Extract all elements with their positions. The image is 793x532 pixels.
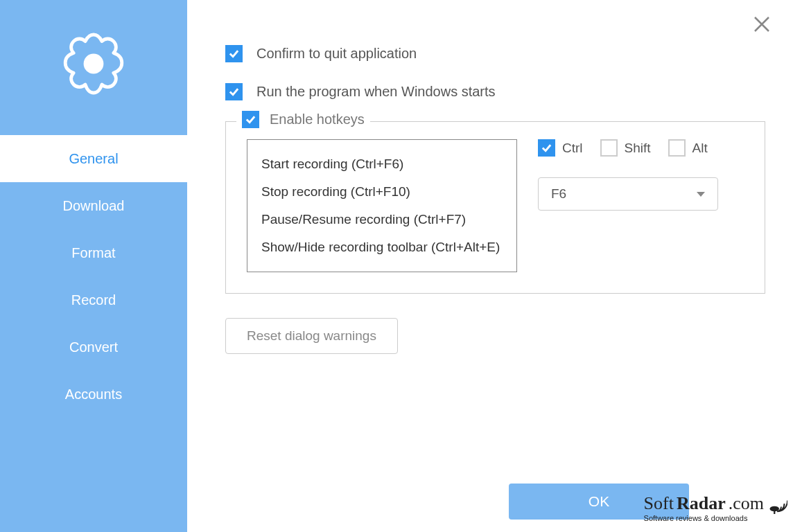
hotkey-item[interactable]: Show/Hide recording toolbar (Ctrl+Alt+E) (261, 233, 503, 261)
hotkeys-group: Enable hotkeys Start recording (Ctrl+F6)… (225, 121, 765, 294)
chevron-down-icon (697, 192, 705, 197)
reset-warnings-button[interactable]: Reset dialog warnings (225, 318, 398, 354)
ctrl-label: Ctrl (562, 141, 583, 156)
svg-point-0 (84, 53, 104, 73)
check-icon (541, 142, 552, 154)
check-icon (245, 114, 256, 125)
check-icon (228, 86, 240, 98)
key-dropdown[interactable]: F6 (538, 177, 718, 211)
ok-button[interactable]: OK (509, 484, 689, 520)
ctrl-checkbox[interactable] (538, 139, 555, 157)
close-icon (751, 14, 772, 35)
sidebar-item-format[interactable]: Format (0, 229, 187, 276)
close-button[interactable] (751, 14, 772, 37)
alt-checkbox[interactable] (668, 139, 686, 157)
confirm-quit-checkbox[interactable] (225, 45, 243, 62)
hotkey-item[interactable]: Pause/Resume recording (Ctrl+F7) (261, 206, 503, 233)
key-value: F6 (551, 186, 566, 202)
sidebar: General Download Format Record Convert A… (0, 0, 187, 532)
run-startup-checkbox[interactable] (225, 83, 243, 100)
settings-logo (0, 0, 187, 135)
sidebar-item-record[interactable]: Record (0, 276, 187, 323)
enable-hotkeys-label: Enable hotkeys (270, 112, 365, 127)
run-startup-label: Run the program when Windows starts (256, 84, 496, 100)
gear-icon (52, 26, 135, 109)
hotkey-item[interactable]: Stop recording (Ctrl+F10) (261, 178, 503, 206)
hotkey-item[interactable]: Start recording (Ctrl+F6) (261, 150, 503, 178)
confirm-quit-label: Confirm to quit application (256, 46, 417, 62)
enable-hotkeys-checkbox[interactable] (242, 111, 259, 128)
check-icon (228, 48, 240, 60)
hotkey-list[interactable]: Start recording (Ctrl+F6) Stop recording… (247, 139, 517, 272)
main-panel: Confirm to quit application Run the prog… (187, 0, 793, 532)
alt-label: Alt (692, 141, 708, 156)
sidebar-item-download[interactable]: Download (0, 182, 187, 229)
sidebar-item-general[interactable]: General (0, 135, 187, 182)
shift-checkbox[interactable] (600, 139, 618, 157)
shift-label: Shift (625, 141, 651, 156)
sidebar-item-convert[interactable]: Convert (0, 323, 187, 371)
sidebar-item-accounts[interactable]: Accounts (0, 371, 187, 418)
